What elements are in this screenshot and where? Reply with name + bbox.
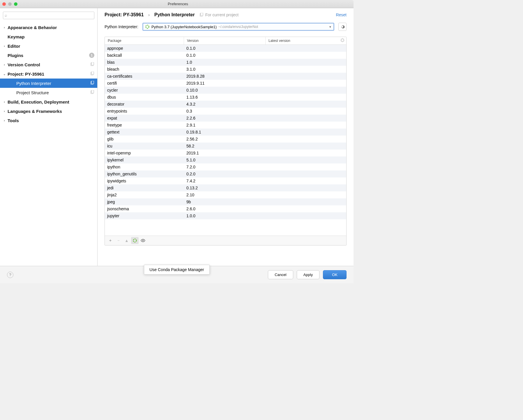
sidebar-item[interactable]: ›Tools xyxy=(0,116,97,125)
svg-line-15 xyxy=(341,39,342,39)
table-row[interactable]: ipython_genutils0.2.0 xyxy=(105,170,346,177)
col-version[interactable]: Version xyxy=(184,37,266,45)
sidebar-item[interactable]: Plugins1 xyxy=(0,51,97,60)
upgrade-package-button[interactable]: ▲ xyxy=(123,237,130,244)
sidebar-item[interactable]: ›Languages & Frameworks xyxy=(0,106,97,116)
svg-rect-1 xyxy=(91,62,94,65)
help-button[interactable]: ? xyxy=(7,272,13,278)
package-name: certifi xyxy=(105,80,184,87)
breadcrumb: Project: PY-35961 › Python Interpreter F… xyxy=(98,8,354,20)
package-name: ipykernel xyxy=(105,156,184,163)
table-row[interactable]: jpeg9b xyxy=(105,198,346,205)
breadcrumb-section: Python Interpreter xyxy=(154,12,195,17)
svg-line-17 xyxy=(341,41,342,41)
package-table: Package Version Latest version appnope0.… xyxy=(105,37,347,245)
sidebar-item[interactable]: ⌄Project: PY-35961 xyxy=(0,69,97,79)
interpreter-dropdown[interactable]: Python 3.7 (JupyterNotebookSample1) ~/.c… xyxy=(142,23,334,31)
table-row[interactable]: ipython7.2.0 xyxy=(105,163,346,170)
table-body[interactable]: appnope0.1.0backcall0.1.0blas1.0bleach3.… xyxy=(105,45,346,236)
package-version: 0.10.0 xyxy=(184,87,266,94)
sidebar-item[interactable]: ›Version Control xyxy=(0,60,97,69)
package-latest xyxy=(266,75,346,77)
table-row[interactable]: bleach3.1.0 xyxy=(105,66,346,73)
sidebar-item-label: Plugins xyxy=(8,53,89,58)
table-row[interactable]: jedi0.13.2 xyxy=(105,184,346,191)
table-row[interactable]: blas1.0 xyxy=(105,59,346,66)
cancel-button[interactable]: Cancel xyxy=(268,270,293,279)
col-latest[interactable]: Latest version xyxy=(266,37,346,45)
table-row[interactable]: freetype2.9.1 xyxy=(105,122,346,129)
package-version: 0.3 xyxy=(184,108,266,115)
table-row[interactable]: intel-openmp2019.1 xyxy=(105,150,346,156)
table-row[interactable]: cycler0.10.0 xyxy=(105,87,346,94)
sidebar-item-label: Editor xyxy=(8,44,94,49)
sidebar-item[interactable]: ›Appearance & Behavior xyxy=(0,23,97,32)
sidebar-item[interactable]: Project Structure xyxy=(0,88,97,97)
sidebar-item-label: Version Control xyxy=(8,62,90,67)
interpreter-settings-button[interactable] xyxy=(338,23,347,31)
table-row[interactable]: gettext0.19.8.1 xyxy=(105,129,346,136)
package-name: intel-openmp xyxy=(105,150,184,156)
table-row[interactable]: ipywidgets7.4.2 xyxy=(105,177,346,184)
apply-button[interactable]: Apply xyxy=(297,270,320,279)
package-version: 2.9.1 xyxy=(184,122,266,129)
package-latest xyxy=(266,61,346,63)
sidebar-item-label: Build, Execution, Deployment xyxy=(8,99,94,104)
package-name: cycler xyxy=(105,87,184,94)
show-early-releases-button[interactable] xyxy=(139,237,147,244)
table-row[interactable]: dbus1.13.6 xyxy=(105,94,346,101)
interpreter-path: ~/.conda/envs/JupyterNot xyxy=(218,25,258,29)
conda-ring-icon xyxy=(132,238,137,243)
svg-point-19 xyxy=(133,239,137,242)
package-name: entrypoints xyxy=(105,108,184,115)
table-row[interactable]: ipykernel5.1.0 xyxy=(105,156,346,163)
table-row[interactable]: icu58.2 xyxy=(105,143,346,150)
package-name: decorator xyxy=(105,101,184,108)
ok-button[interactable]: OK xyxy=(323,270,347,279)
remove-package-button[interactable]: － xyxy=(115,237,122,244)
table-row[interactable]: jsonschema2.6.0 xyxy=(105,205,346,212)
table-row[interactable]: entrypoints0.3 xyxy=(105,108,346,115)
svg-point-10 xyxy=(146,25,149,29)
search-input[interactable] xyxy=(3,12,94,19)
table-row[interactable]: expat2.2.6 xyxy=(105,115,346,122)
col-package[interactable]: Package xyxy=(105,37,184,45)
package-version: 3.1.0 xyxy=(184,66,266,73)
project-icon xyxy=(199,13,204,17)
sidebar-item[interactable]: Python Interpreter xyxy=(0,79,97,88)
add-package-button[interactable]: ＋ xyxy=(107,237,114,244)
package-latest xyxy=(266,103,346,105)
table-row[interactable]: jinja22.10 xyxy=(105,191,346,198)
chevron-icon: › xyxy=(2,110,6,113)
table-row[interactable]: certifi2019.9.11 xyxy=(105,80,346,87)
svg-rect-9 xyxy=(201,13,203,16)
package-name: jsonschema xyxy=(105,205,184,212)
table-row[interactable]: appnope0.1.0 xyxy=(105,45,346,52)
sidebar-item[interactable]: ›Editor xyxy=(0,41,97,51)
table-row[interactable]: glib2.56.2 xyxy=(105,136,346,143)
table-row[interactable]: decorator4.3.2 xyxy=(105,101,346,108)
package-name: bleach xyxy=(105,66,184,73)
badge: 1 xyxy=(89,53,94,58)
table-row[interactable]: ca-certificates2019.8.28 xyxy=(105,73,346,80)
package-version: 0.1.0 xyxy=(184,52,266,59)
package-name: glib xyxy=(105,136,184,143)
sidebar-item[interactable]: Keymap xyxy=(0,32,97,41)
table-row[interactable]: backcall0.1.0 xyxy=(105,52,346,59)
package-version: 0.19.8.1 xyxy=(184,129,266,136)
reset-button[interactable]: Reset xyxy=(336,13,347,17)
sidebar-item-label: Project: PY-35961 xyxy=(8,72,90,76)
package-name: dbus xyxy=(105,94,184,101)
use-conda-button[interactable] xyxy=(131,237,139,244)
interpreter-name: Python 3.7 (JupyterNotebookSample1) xyxy=(151,25,217,29)
table-header: Package Version Latest version xyxy=(105,37,346,45)
project-scope-icon xyxy=(90,90,94,95)
breadcrumb-sep: › xyxy=(148,13,150,17)
package-latest xyxy=(266,145,346,147)
package-version: 7.2.0 xyxy=(184,163,266,170)
table-row[interactable]: jupyter1.0.0 xyxy=(105,212,346,219)
sidebar-item[interactable]: ›Build, Execution, Deployment xyxy=(0,97,97,106)
eye-icon xyxy=(141,239,145,242)
package-latest xyxy=(266,124,346,126)
interpreter-label: Python Interpreter: xyxy=(105,24,138,29)
